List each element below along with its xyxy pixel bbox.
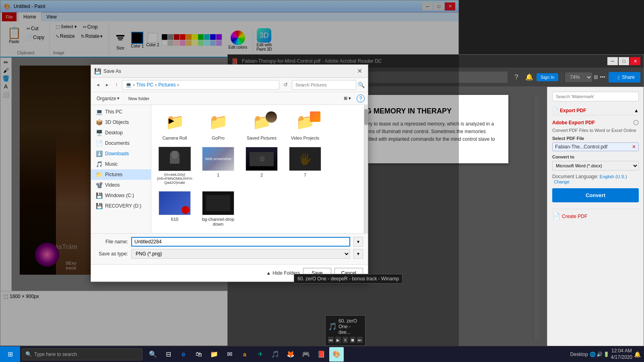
folder-camera-roll[interactable]: 📁 ▶ Camera Roll (155, 108, 195, 142)
taskbar-acrobat-icon[interactable]: 📕 (314, 347, 328, 362)
zoom-select[interactable]: 74% 100% (565, 72, 592, 82)
sidebar-nav-recovery-d[interactable]: 💾 RECOVERY (D:) (91, 201, 151, 211)
acrobat-signin-btn[interactable]: Sign In (537, 73, 558, 81)
organize-btn[interactable]: Organize ▾ (94, 95, 122, 103)
sidebar-nav-thispc[interactable]: 💻 This PC (91, 107, 151, 117)
remove-file-btn[interactable]: ✕ (632, 144, 636, 150)
acrobat-sidebar: 📄 Export PDF ▲ Adobe Export PDF ⬡ Conver… (547, 87, 644, 348)
convert-btn[interactable]: Convert (552, 188, 639, 202)
acrobat-close-btn[interactable]: ✕ (630, 57, 640, 65)
notification-icon[interactable]: 🔔 (634, 351, 641, 358)
pdf-scrollbar[interactable] (533, 95, 539, 339)
taskbar-explorer-icon[interactable]: 📁 (207, 347, 221, 362)
taskbar-edge-icon[interactable]: e (176, 347, 191, 362)
sidebar-nav-desktop[interactable]: 🖥️ Desktop (91, 128, 151, 138)
file-image-2[interactable]: 🖥 2 (242, 145, 282, 186)
taskbar-amazon-icon[interactable]: a (237, 347, 252, 362)
tray-network-icon[interactable]: 🌐 (590, 352, 596, 357)
taskbar-search[interactable]: 🔍 Type here to search (22, 348, 142, 360)
sidebar-nav-3dobjects[interactable]: 📦 3D Objects (91, 117, 151, 128)
convert-to-select[interactable]: Microsoft Word (*.docx) (552, 161, 639, 171)
dialog-titlebar: 💾 Save As ✕ (91, 65, 368, 78)
dialog-path: 💻 › This PC › Pictures › (122, 80, 280, 90)
acrobat-share-btn[interactable]: 👥 Share (609, 72, 640, 82)
folder-video-projects[interactable]: 📁 Video Projects (285, 108, 325, 142)
dialog-files-area: 📁 ▶ Camera Roll 📁 GoPro 📁 (151, 105, 368, 233)
taskbar-cortana-icon[interactable]: 🔍 (146, 347, 160, 362)
new-folder-btn[interactable]: New folder (125, 95, 153, 102)
tray-volume-icon[interactable]: 🔊 (597, 352, 603, 357)
dialog-help-btn[interactable]: ? (357, 95, 365, 103)
acrobat-notification-btn[interactable]: 🔔 (524, 72, 535, 83)
view-toggle-btn[interactable]: ⊞ ▾ (341, 95, 353, 102)
sidebar-nav-videos[interactable]: 📽️ Videos (91, 180, 151, 190)
nav-forward-btn[interactable]: ▸ (103, 80, 111, 89)
export-pdf-section-header[interactable]: 📄 Export PDF ▲ (552, 106, 639, 115)
filetype-dropdown-btn[interactable]: ▾ (353, 249, 363, 259)
dialog-title: 💾 Save As (94, 68, 355, 74)
filetype-select[interactable]: PNG (*.png) JPEG (*.jpg) BMP (*.bmp) GIF… (131, 249, 350, 259)
acrobat-maximize-btn[interactable]: □ (619, 57, 629, 65)
acrobat-help-btn[interactable]: ? (511, 72, 522, 83)
taskbar-right: Desktop 🌐 🔊 🔋 12:04 AM 4/17/2020 🔔 (570, 348, 644, 360)
nav-back-btn[interactable]: ◂ (94, 80, 102, 89)
sidebar-nav-windows-c[interactable]: 💾 Windows (C:) (91, 190, 151, 201)
dialog-sidebar: 💻 This PC 📦 3D Objects 🖥️ Desktop 📄 Docu… (91, 105, 151, 233)
save-as-dialog: 💾 Save As ✕ ◂ ▸ ↑ 💻 › This PC › Pictures… (91, 64, 368, 282)
filename-input[interactable] (131, 237, 350, 247)
winamp-prev-btn[interactable]: ⏮ (328, 337, 334, 343)
taskbar-store-icon[interactable]: 🛍 (192, 347, 206, 362)
path-thispc[interactable]: This PC (136, 82, 154, 88)
dialog-toolbar: Organize ▾ New folder ⊞ ▾ ? (91, 92, 368, 105)
sidebar-nav-music[interactable]: 🎵 Music (91, 159, 151, 169)
system-clock[interactable]: 12:04 AM 4/17/2020 (611, 348, 632, 360)
change-language-link[interactable]: English (U.S.) (600, 174, 627, 179)
winamp-next-btn[interactable]: ⏭ (357, 337, 363, 343)
start-button[interactable]: ⊞ (0, 346, 20, 362)
sidebar-nav-pictures[interactable]: 📁 Pictures (91, 169, 151, 180)
taskbar-tripadvisor-icon[interactable]: ✈ (253, 347, 267, 362)
taskbar-firefox-icon[interactable]: 🦊 (283, 347, 298, 362)
dialog-overlay: 💾 Save As ✕ ◂ ▸ ↑ 💻 › This PC › Pictures… (0, 0, 459, 346)
taskbar-paint-icon[interactable]: 🎨 (329, 347, 344, 362)
nav-refresh-btn[interactable]: ↺ (281, 80, 290, 89)
selected-pdf-file: Fabian-The...Control.pdf ✕ (552, 142, 639, 151)
nav-up-btn[interactable]: ↑ (113, 80, 120, 89)
adobe-export-title: Adobe Export PDF (552, 120, 595, 125)
doc-language-label: Document Language: English (U.S.) Change (552, 174, 639, 184)
file-image-1[interactable]: Web screenshot 1 (198, 145, 238, 186)
taskbar-game-icon[interactable]: 🎮 (299, 347, 313, 362)
taskbar-task-view-icon[interactable]: ⊟ (161, 347, 175, 362)
convert-description: Convert PDF Files to Word or Excel Onlin… (552, 128, 639, 133)
change-link[interactable]: Change (554, 179, 570, 184)
path-pictures[interactable]: Pictures (158, 82, 175, 88)
adobe-export-expand-btn[interactable]: ⬡ (633, 119, 639, 126)
acrobat-minimize-btn[interactable]: ─ (607, 57, 618, 65)
winamp-pause-btn[interactable]: ⏸ (343, 337, 348, 343)
file-bg-channel-dropdown[interactable]: bg-channel-drop down (198, 189, 238, 228)
folder-gopro[interactable]: 📁 GoPro (198, 108, 238, 142)
dialog-close-btn[interactable]: ✕ (355, 66, 365, 76)
taskbar: ⊞ 🔍 Type here to search 🔍 ⊟ e 🛍 📁 ✉ a ✈ … (0, 346, 644, 362)
dialog-search-input[interactable] (292, 80, 356, 90)
folder-dark[interactable]: (m=ewLG0y)(mh=FMNOM0cXHYnQa42O)male (155, 145, 195, 186)
sidebar-nav-downloads[interactable]: ⬇️ Downloads (91, 148, 151, 159)
winamp-stop-btn[interactable]: ⏹ (350, 337, 355, 343)
folder-saved-pictures[interactable]: 📁 Saved Pictures (242, 108, 282, 142)
tray-battery-icon[interactable]: 🔋 (603, 352, 609, 357)
create-pdf-btn[interactable]: 📄 Create PDF (552, 209, 639, 220)
file-image-610[interactable]: 610 (155, 189, 195, 228)
acrobat-view-btn[interactable]: ⊞ (594, 74, 598, 80)
sidebar-nav-documents[interactable]: 📄 Documents (91, 138, 151, 148)
acrobat-more-btn[interactable]: ••• (600, 74, 605, 80)
acrobat-tools: ? 🔔 Sign In (511, 72, 558, 83)
taskbar-winamp-icon[interactable]: 🎵 (268, 347, 283, 362)
watermark-search-input[interactable] (552, 92, 639, 101)
files-scrollbar[interactable] (364, 105, 368, 233)
winamp-play-btn[interactable]: ▶ (335, 337, 341, 343)
filename-dropdown-btn[interactable]: ▾ (353, 237, 363, 247)
taskbar-mail-icon[interactable]: ✉ (222, 347, 237, 362)
tray-icons: 🌐 🔊 🔋 (590, 352, 609, 357)
file-image-7[interactable]: 🖐 7 (285, 145, 325, 186)
winamp-player[interactable]: 🎵 60. zerO One - dee... ⏮ ▶ ⏸ ⏹ ⏭ (325, 315, 365, 346)
